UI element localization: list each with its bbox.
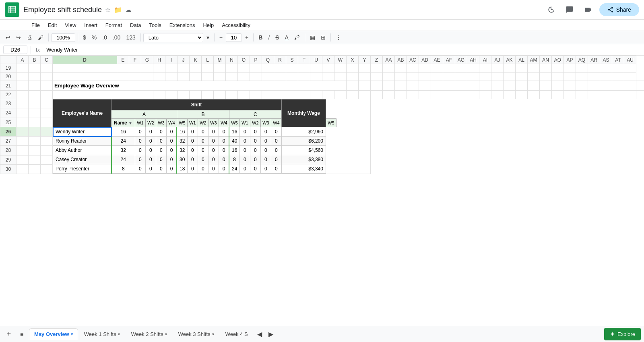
cell-C20[interactable] [41,73,53,81]
cell-AE22[interactable] [431,91,443,99]
cell-Q19[interactable] [262,64,274,73]
menu-format[interactable]: Format [102,21,125,30]
cell-R22[interactable] [274,91,286,99]
share-button[interactable]: Share [599,3,639,16]
wage-cell-4-5[interactable]: 18 [177,164,187,174]
comment-icon[interactable] [562,2,577,17]
cell-K20[interactable] [190,73,202,81]
cell-X19[interactable] [347,64,359,73]
cell-C19[interactable] [41,64,53,73]
cell-C27[interactable] [41,137,53,146]
cloud-icon[interactable]: ☁ [125,6,132,14]
font-size-input[interactable] [226,33,242,42]
formula-input[interactable] [45,46,641,54]
cell-C25[interactable] [41,118,53,127]
cell-AC20[interactable] [407,73,419,81]
wage-cell-0-7[interactable]: 0 [198,127,208,137]
col-header-AF[interactable]: AF [443,56,455,64]
cell-AA22[interactable] [383,91,395,99]
col-header-AI[interactable]: AI [479,56,491,64]
cell-T20[interactable] [298,73,310,81]
col-header-AE[interactable]: AE [431,56,443,64]
format-123-button[interactable]: 123 [124,33,138,42]
print-button[interactable]: 🖨 [24,33,35,42]
wage-cell-1-11[interactable]: 0 [239,137,250,146]
col-header-AN[interactable]: AN [540,56,552,64]
col-header-X[interactable]: X [347,56,359,64]
italic-button[interactable]: I [266,33,272,42]
cell-E20[interactable] [117,73,129,81]
cell-O19[interactable] [238,64,250,73]
cell-Z20[interactable] [371,73,383,81]
wage-cell-2-10[interactable]: 16 [229,146,239,155]
cell-C24[interactable] [41,108,53,118]
history-icon[interactable] [544,2,558,17]
menu-extensions[interactable]: Extensions [166,21,198,30]
wage-cell-2-3[interactable]: 0 [156,146,166,155]
wage-cell-1-0[interactable]: 24 [111,137,135,146]
cell-AE20[interactable] [431,73,443,81]
cell-B26[interactable] [29,127,41,136]
cell-A21[interactable] [17,81,29,91]
wage-cell-2-4[interactable]: 0 [166,146,177,155]
cell-N21[interactable] [455,81,467,91]
cell-S20[interactable] [286,73,298,81]
star-icon[interactable]: ☆ [105,6,111,14]
cell-R20[interactable] [274,73,286,81]
cell-D19[interactable] [53,64,117,73]
cell-AA21[interactable] [612,81,624,91]
menu-view[interactable]: View [62,21,79,30]
cell-G21[interactable] [371,81,383,91]
cell-A26[interactable] [17,127,29,136]
cell-S19[interactable] [286,64,298,73]
col-header-P[interactable]: P [250,56,262,64]
col-header-O[interactable]: O [238,56,250,64]
col-header-H[interactable]: H [153,56,165,64]
wage-cell-4-4[interactable]: 0 [166,164,177,174]
col-header-A[interactable]: A [17,56,29,64]
cell-L19[interactable] [202,64,214,73]
col-header-AH[interactable]: AH [467,56,479,64]
paint-format-button[interactable]: 🖌 [35,33,46,42]
wage-cell-3-10[interactable]: 8 [229,155,239,164]
cell-AQ20[interactable] [576,73,588,81]
cell-O20[interactable] [238,73,250,81]
col-header-AU[interactable]: AU [624,56,636,64]
cell-B30[interactable] [29,164,41,174]
cell-C26[interactable] [41,127,53,136]
wage-cell-3-14[interactable]: 0 [271,155,281,164]
cell-F19[interactable] [129,64,141,73]
strikethrough-button[interactable]: S [273,33,281,42]
col-header-V[interactable]: V [322,56,334,64]
percent-button[interactable]: % [89,33,99,42]
cell-W19[interactable] [334,64,347,73]
cell-AI20[interactable] [479,73,491,81]
cell-T19[interactable] [298,64,310,73]
cell-AJ19[interactable] [491,64,504,73]
cell-AS22[interactable] [600,91,612,99]
cell-R19[interactable] [274,64,286,73]
wage-cell-1-12[interactable]: 0 [250,137,260,146]
wage-cell-0-14[interactable]: 0 [271,127,281,137]
cell-B25[interactable] [29,118,41,127]
menu-file[interactable]: File [28,21,43,30]
wage-cell-3-5[interactable]: 30 [177,155,187,164]
wage-cell-1-5[interactable]: 32 [177,137,187,146]
col-header-AT[interactable]: AT [612,56,624,64]
col-header-G[interactable]: G [141,56,153,64]
wage-cell-0-0[interactable]: 16 [111,127,135,137]
cell-P21[interactable] [479,81,491,91]
col-header-D[interactable]: D [53,56,117,64]
cell-AT22[interactable] [612,91,624,99]
wage-employee-name-4[interactable]: Perry Presenter [53,164,111,174]
wage-cell-0-10[interactable]: 16 [229,127,239,137]
cell-AE19[interactable] [431,64,443,73]
cell-AS19[interactable] [600,64,612,73]
menu-help[interactable]: Help [200,21,217,30]
decrease-decimals-button[interactable]: .0 [100,33,109,42]
cell-D20[interactable] [53,73,117,81]
wage-cell-1-2[interactable]: 0 [145,137,156,146]
cell-E22[interactable] [117,91,129,99]
cell-G20[interactable] [141,73,153,81]
cell-H19[interactable] [153,64,165,73]
